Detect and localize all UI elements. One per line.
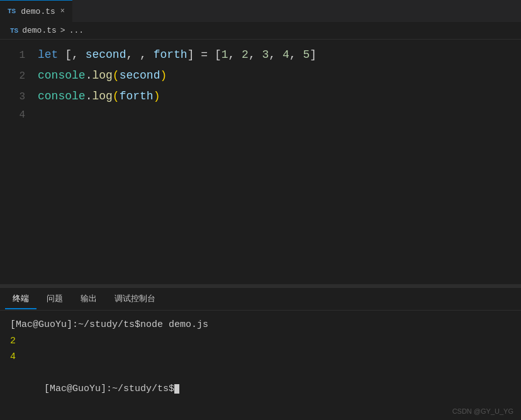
terminal-prompt-text: [Mac@GuoYu]:~/study/ts$ [44,384,174,394]
line-content-1: let [, second, , forth] = [1, 2, 3, 4, 5… [38,46,317,64]
terminal-content[interactable]: [Mac@GuoYu]:~/study/ts$node demo.js 2 4 … [0,311,521,420]
breadcrumb-ts-badge: TS [10,27,18,35]
line-content-3: console.log(forth) [38,87,160,106]
line-number-4: 4 [0,108,38,124]
line-content-2: console.log(second) [38,67,167,85]
breadcrumb: TS demo.ts > ... [0,22,521,40]
line-number-3: 3 [0,89,38,106]
breadcrumb-filename: demo.ts [22,26,57,35]
tab-filename: demo.ts [21,7,55,16]
line-number-1: 1 [0,48,38,64]
line-number-2: 2 [0,69,38,85]
tab-output[interactable]: 输出 [73,289,104,309]
tab-problems[interactable]: 问题 [39,289,70,309]
tab-terminal[interactable]: 终端 [5,289,36,309]
terminal-cursor [174,384,179,394]
breadcrumb-more: ... [69,26,84,35]
code-line-3: 3 console.log(forth) [0,86,521,107]
editor: 1 let [, second, , forth] = [1, 2, 3, 4,… [0,40,521,284]
panel-tabs: 终端 问题 输出 调试控制台 [0,288,521,311]
terminal-line-command: [Mac@GuoYu]:~/study/ts$node demo.js [10,317,511,333]
terminal-line-output-4: 4 [10,349,511,365]
terminal-line-output-2: 2 [10,333,511,350]
tab-bar: TS demo.ts × [0,0,521,22]
tab-debug-console[interactable]: 调试控制台 [107,289,163,309]
breadcrumb-separator: > [60,26,65,35]
code-line-2: 2 console.log(second) [0,65,521,86]
tab-demo-ts[interactable]: TS demo.ts × [0,0,72,22]
code-line-1: 1 let [, second, , forth] = [1, 2, 3, 4,… [0,45,521,65]
panel: 终端 问题 输出 调试控制台 [Mac@GuoYu]:~/study/ts$no… [0,288,521,420]
close-icon[interactable]: × [60,7,65,16]
ts-badge: TS [8,8,16,15]
terminal-line-prompt: [Mac@GuoYu]:~/study/ts$ [10,365,511,414]
watermark: CSDN @GY_U_YG [452,407,513,415]
code-line-4: 4 [0,106,521,125]
